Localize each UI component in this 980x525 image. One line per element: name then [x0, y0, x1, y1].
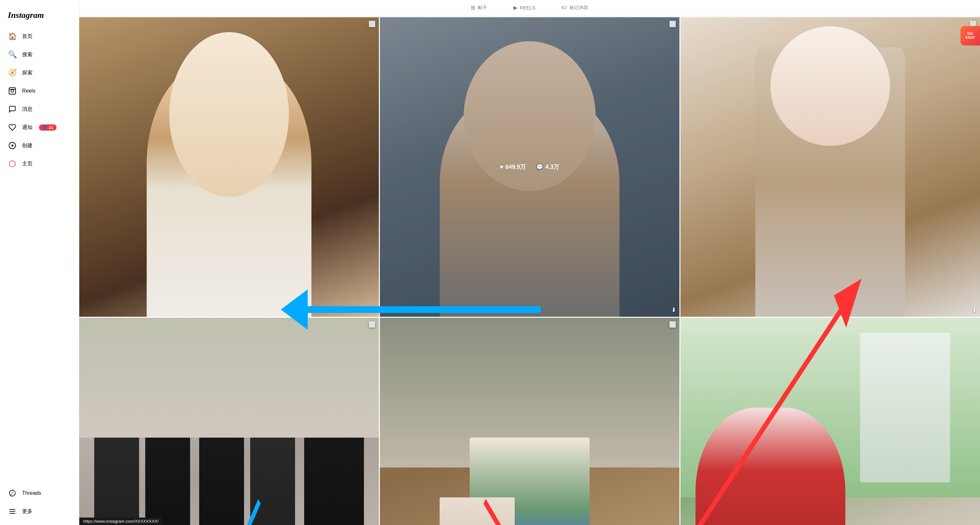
likes-stat: ♥ 649.9万 [500, 163, 526, 171]
heart-icon: ♥ [500, 164, 504, 170]
search-icon: 🔍 [8, 50, 17, 59]
reels-icon [8, 86, 17, 95]
sidebar-item-messages[interactable]: 消息 [4, 101, 75, 118]
tabs-bar: ⊞ 帖子 ▶ REELS 🏷 标记内容 [79, 0, 980, 16]
notifications-icon [8, 123, 17, 132]
photo-cell-6[interactable]: ⬇ [681, 318, 980, 525]
photo-grid-wrapper: ⬜ ⬇ ♥ 649.9万 💬 4.3万 [79, 16, 980, 525]
notification-count: 21 [49, 125, 53, 130]
reels-label: Reels [22, 88, 35, 94]
photo-sim-6 [681, 318, 980, 525]
sidebar-item-search[interactable]: 🔍 搜索 [4, 46, 75, 63]
tagged-tab-icon: 🏷 [562, 5, 567, 11]
tab-reels[interactable]: ▶ REELS [500, 0, 549, 16]
main-content: ⊞ 帖子 ▶ REELS 🏷 标记内容 ⬜ ⬇ [79, 0, 980, 525]
profile-icon [8, 159, 17, 168]
ins-keep-line1: INS [967, 32, 973, 36]
photo-cell-5[interactable]: ⬜ ⬇ [380, 318, 679, 525]
sidebar: Instagram 🏠 首页 🔍 搜索 🧭 探索 Reels [0, 0, 79, 525]
more-label: 更多 [22, 508, 32, 515]
instagram-logo[interactable]: Instagram [4, 5, 75, 28]
likes-count: 649.9万 [505, 163, 526, 171]
sidebar-item-profile[interactable]: 主页 [4, 155, 75, 172]
photo-sim-1 [79, 17, 379, 317]
sidebar-item-reels[interactable]: Reels [4, 83, 75, 99]
photo-cell-1[interactable]: ⬜ ⬇ [79, 17, 379, 317]
reels-tab-label: REELS [520, 5, 536, 10]
photo-sim-3 [681, 17, 980, 317]
profile-label: 主页 [22, 161, 32, 167]
ins-keep-button[interactable]: INS KEEP [961, 26, 980, 46]
multi-image-icon-2: ⬜ [669, 21, 676, 28]
sidebar-nav: 🏠 首页 🔍 搜索 🧭 探索 Reels [4, 28, 75, 485]
multi-image-icon-4: ⬜ [369, 321, 375, 328]
messages-label: 消息 [22, 106, 32, 113]
photo-cell-4[interactable]: ⬜ ⬇ [79, 318, 379, 525]
sidebar-item-explore[interactable]: 🧭 探索 [4, 64, 75, 81]
download-icon-2[interactable]: ⬇ [671, 306, 676, 313]
explore-label: 探索 [22, 70, 32, 76]
search-label: 搜索 [22, 51, 32, 58]
download-icon-3[interactable]: ⬇ [972, 306, 977, 313]
posts-tab-label: 帖子 [478, 5, 487, 11]
people-icon: 👤 [42, 125, 48, 130]
comments-count: 4.3万 [545, 163, 559, 171]
sidebar-item-more[interactable]: 更多 [4, 503, 75, 520]
comment-icon: 💬 [536, 164, 543, 170]
reels-tab-icon: ▶ [513, 5, 518, 11]
photo-grid: ⬜ ⬇ ♥ 649.9万 💬 4.3万 [79, 16, 980, 525]
tagged-tab-label: 标记内容 [570, 5, 589, 11]
photo-sim-5 [380, 318, 679, 525]
sidebar-item-notifications[interactable]: 通知 👤 21 [4, 119, 75, 136]
home-label: 首页 [22, 33, 32, 40]
more-icon [8, 507, 17, 516]
download-icon-1[interactable]: ⬇ [371, 306, 375, 313]
notifications-label: 通知 [22, 124, 32, 131]
sidebar-bottom: Threads 更多 [4, 485, 75, 520]
sidebar-item-threads[interactable]: Threads [4, 485, 75, 502]
home-icon: 🏠 [8, 32, 17, 41]
tab-posts[interactable]: ⊞ 帖子 [458, 0, 500, 16]
stats-overlay-2: ♥ 649.9万 💬 4.3万 [380, 17, 679, 317]
svg-rect-0 [9, 88, 16, 94]
url-text: https://www.instagram.com/XXXXXXXX/ [83, 519, 159, 524]
photo-sim-4 [79, 318, 379, 525]
svg-point-1 [11, 90, 14, 92]
tab-tagged[interactable]: 🏷 标记内容 [549, 0, 601, 16]
url-bar: https://www.instagram.com/XXXXXXXX/ [79, 517, 162, 525]
create-label: 创建 [22, 142, 32, 149]
photo-cell-3[interactable]: ⬜ ⬇ [681, 17, 980, 317]
ins-keep-line2: KEEP [966, 36, 975, 40]
multi-image-icon-1: ⬜ [369, 21, 375, 28]
comments-stat: 💬 4.3万 [536, 163, 559, 171]
posts-tab-icon: ⊞ [471, 5, 476, 11]
photo-cell-2[interactable]: ♥ 649.9万 💬 4.3万 ⬜ ⬇ [380, 17, 679, 317]
explore-icon: 🧭 [8, 68, 17, 77]
messages-icon [8, 105, 17, 114]
multi-image-icon-5: ⬜ [669, 321, 676, 328]
threads-label: Threads [22, 490, 41, 496]
sidebar-item-home[interactable]: 🏠 首页 [4, 28, 75, 45]
threads-icon [8, 488, 17, 498]
create-icon [8, 141, 17, 150]
notification-badge: 👤 21 [39, 124, 57, 130]
sidebar-item-create[interactable]: 创建 [4, 137, 75, 154]
